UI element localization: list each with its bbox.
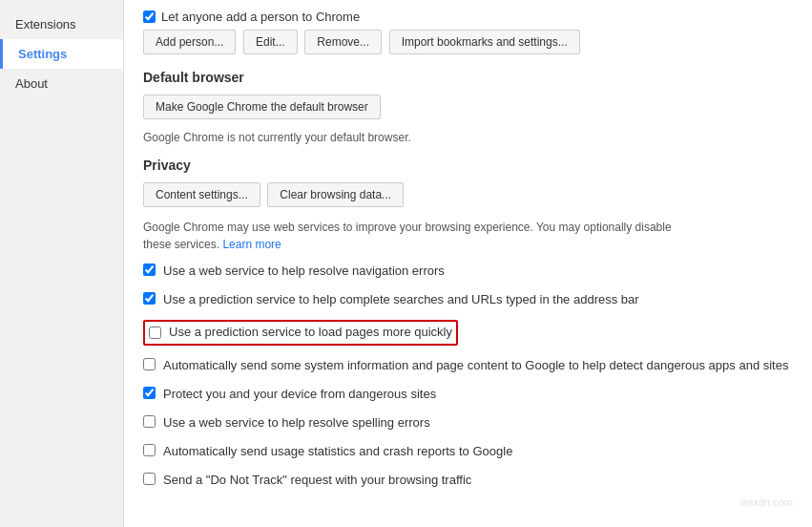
main-content: Let anyone add a person to Chrome Add pe…: [124, 0, 812, 527]
nav-errors-row: Use a web service to help resolve naviga…: [143, 261, 793, 282]
edit-person-button[interactable]: Edit...: [243, 30, 298, 54]
remove-person-button[interactable]: Remove...: [304, 30, 382, 54]
prediction-searches-label: Use a prediction service to help complet…: [163, 291, 639, 308]
sidebar-item-about[interactable]: About: [0, 69, 123, 98]
add-person-button[interactable]: Add person...: [143, 30, 236, 54]
prediction-load-row: Use a prediction service to load pages m…: [143, 318, 793, 347]
auto-send-checkbox[interactable]: [143, 358, 156, 370]
do-not-track-row: Send a "Do Not Track" request with your …: [143, 470, 793, 491]
default-browser-title: Default browser: [143, 70, 793, 85]
prediction-load-highlight: Use a prediction service to load pages m…: [143, 320, 458, 345]
usage-stats-label: Automatically send usage statistics and …: [163, 443, 512, 460]
do-not-track-label: Send a "Do Not Track" request with your …: [163, 472, 471, 489]
nav-errors-checkbox[interactable]: [143, 264, 156, 276]
prediction-load-checkbox[interactable]: [149, 327, 161, 339]
clear-browsing-data-button[interactable]: Clear browsing data...: [267, 182, 404, 207]
sidebar: Extensions Settings About: [0, 0, 124, 527]
learn-more-link[interactable]: Learn more: [222, 238, 281, 251]
usage-stats-checkbox[interactable]: [143, 444, 156, 456]
default-browser-description: Google Chrome is not currently your defa…: [143, 129, 793, 146]
protect-device-label: Protect you and your device from dangero…: [163, 386, 436, 403]
content-settings-button[interactable]: Content settings...: [143, 182, 260, 207]
sidebar-item-settings[interactable]: Settings: [0, 39, 123, 69]
default-browser-button-row: Make Google Chrome the default browser: [143, 95, 793, 123]
add-person-checkbox[interactable]: [143, 11, 156, 23]
person-buttons-row: Add person... Edit... Remove... Import b…: [143, 30, 793, 58]
protect-device-checkbox[interactable]: [143, 387, 156, 399]
auto-send-label: Automatically send some system informati…: [163, 357, 788, 374]
add-person-checkbox-row: Let anyone add a person to Chrome: [143, 10, 793, 24]
make-default-browser-button[interactable]: Make Google Chrome the default browser: [143, 95, 381, 119]
spelling-service-row: Use a web service to help resolve spelli…: [143, 412, 793, 433]
auto-send-row: Automatically send some system informati…: [143, 355, 793, 376]
prediction-load-label: Use a prediction service to load pages m…: [169, 324, 452, 341]
prediction-searches-checkbox[interactable]: [143, 292, 156, 305]
protect-device-row: Protect you and your device from dangero…: [143, 384, 793, 405]
spelling-service-checkbox[interactable]: [143, 415, 156, 428]
privacy-description: Google Chrome may use web services to im…: [143, 219, 697, 253]
nav-errors-label: Use a web service to help resolve naviga…: [163, 263, 445, 280]
do-not-track-checkbox[interactable]: [143, 473, 156, 485]
spelling-service-label: Use a web service to help resolve spelli…: [163, 414, 430, 432]
add-person-label: Let anyone add a person to Chrome: [161, 10, 360, 24]
usage-stats-row: Automatically send usage statistics and …: [143, 441, 793, 462]
import-bookmarks-button[interactable]: Import bookmarks and settings...: [389, 30, 580, 54]
sidebar-item-extensions[interactable]: Extensions: [0, 10, 123, 39]
privacy-buttons-row: Content settings... Clear browsing data.…: [143, 182, 793, 211]
prediction-searches-row: Use a prediction service to help complet…: [143, 289, 793, 310]
watermark: wsxdn.com: [740, 496, 793, 508]
privacy-title: Privacy: [143, 158, 793, 173]
